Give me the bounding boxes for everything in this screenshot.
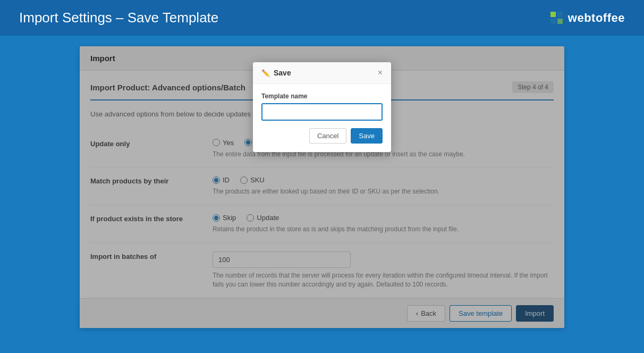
template-name-input[interactable] — [261, 103, 383, 121]
modal-close-button[interactable]: × — [378, 69, 383, 77]
modal-overlay: ✏️ Save × Template name Cancel Save — [80, 46, 564, 328]
logo-squares-icon — [550, 12, 563, 24]
logo-square-1 — [550, 12, 556, 17]
modal-body: Template name Cancel Save — [253, 84, 391, 152]
save-modal: ✏️ Save × Template name Cancel Save — [253, 62, 391, 152]
cancel-button[interactable]: Cancel — [309, 128, 346, 144]
close-icon: × — [378, 68, 383, 77]
modal-title-area: ✏️ Save — [261, 69, 291, 77]
pencil-icon: ✏️ — [261, 69, 270, 77]
import-panel: Import Import Product: Advanced options/… — [80, 46, 564, 328]
template-name-label: Template name — [261, 93, 383, 100]
logo-square-4 — [557, 19, 563, 24]
logo-text: webtoffee — [568, 11, 625, 25]
logo-square-2 — [557, 12, 563, 17]
logo-square-3 — [550, 19, 556, 24]
save-button[interactable]: Save — [351, 128, 383, 144]
modal-footer: Cancel Save — [261, 128, 383, 144]
logo-area: webtoffee — [550, 11, 625, 25]
main-area: Import Import Product: Advanced options/… — [0, 36, 644, 339]
modal-header: ✏️ Save × — [253, 62, 391, 84]
page-header: Import Settings – Save Template webtoffe… — [0, 0, 644, 36]
modal-title: Save — [274, 69, 291, 77]
page-title: Import Settings – Save Template — [19, 10, 218, 26]
